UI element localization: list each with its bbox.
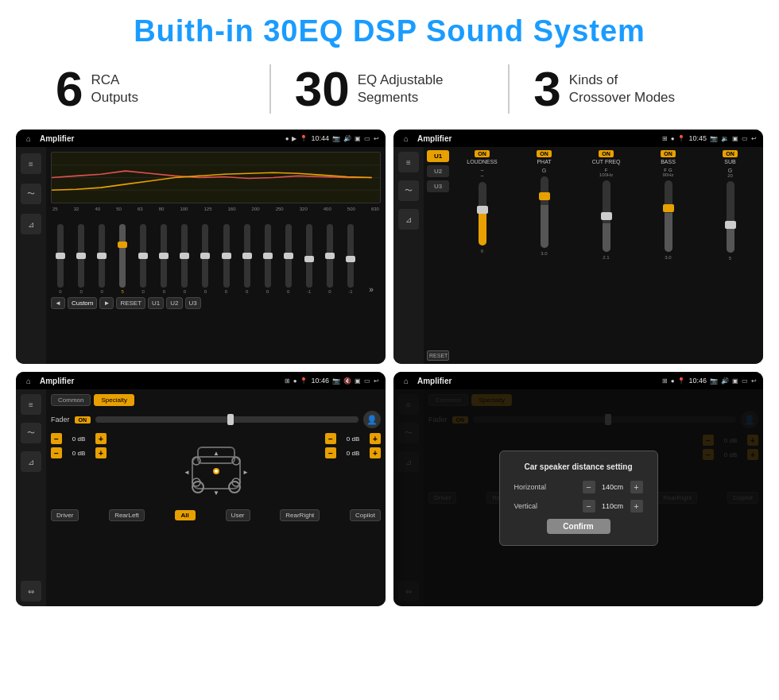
cross-side-panel: ≡ 〜 ⊿ [393,147,424,364]
speaker-fr-minus[interactable]: − [325,433,336,444]
back-icon-3[interactable]: ↩ [374,377,379,385]
speaker-fr-plus[interactable]: + [370,433,381,444]
dialog-horizontal-plus[interactable]: + [630,481,643,493]
fader-car-diagram: ▲ ▼ ◄ ► [111,433,320,505]
home-icon-2[interactable]: ⌂ [400,132,413,145]
cutfreq-label: CUT FREQ [592,159,621,164]
home-icon-3[interactable]: ⌂ [22,374,35,387]
fader-tab-common[interactable]: Common [51,394,91,406]
speaker-rr-minus[interactable]: − [325,447,336,458]
dialog-horizontal-val: 140cm [599,483,627,491]
fader-on-badge[interactable]: ON [75,416,91,423]
fader-screen-content: ≡ 〜 ⊿ ⇔ Common Specialty Fader ON 👤 [16,389,386,606]
eq-slider-expand[interactable]: » [362,285,381,294]
cross-channel-bass: ON BASS FG 90Hz 3.0 [638,150,698,361]
loudness-on-badge[interactable]: ON [475,150,490,157]
eq-prev-btn[interactable]: ◄ [51,297,65,309]
back-icon-1[interactable]: ↩ [374,135,379,142]
svg-text:►: ► [242,469,249,476]
back-icon-4[interactable]: ↩ [751,377,757,385]
cross-u3-btn[interactable]: U3 [427,180,449,192]
stat-crossover-line2: Crossover Modes [569,89,675,106]
cross-channel-cutfreq: ON CUT FREQ F 100Hz 2.1 [576,150,636,361]
fader-rearright-btn[interactable]: RearRight [280,509,320,521]
dialog-horizontal-stepper: − 140cm + [583,481,643,493]
fader-rearleft-btn[interactable]: RearLeft [109,509,145,521]
grid-icon-4: ⊞ [662,377,668,385]
fader-eq-icon[interactable]: ≡ [21,394,41,415]
phat-on-badge[interactable]: ON [537,150,552,157]
stat-crossover-number: 3 [533,64,560,114]
fader-all-btn[interactable]: All [175,510,196,520]
home-icon-4[interactable]: ⌂ [400,374,413,387]
fader-user-icon[interactable]: 👤 [363,411,381,428]
eq-vol-icon[interactable]: ⊿ [21,214,41,234]
fader-user-btn[interactable]: User [226,509,250,521]
fader-driver-btn[interactable]: Driver [51,509,79,521]
status-icons-1: ● ▶ 📍 10:44 📷 🔊 ▣ ▭ ↩ [285,134,379,142]
eq-slider-4: 0 [134,224,153,294]
eq-wave-icon[interactable]: 〜 [21,184,41,204]
speaker-rl-minus[interactable]: − [51,447,62,458]
fader-expand-icon[interactable]: ⇔ [21,581,41,601]
eq-u1-btn[interactable]: U1 [148,297,164,309]
back-icon-2[interactable]: ↩ [751,135,757,142]
crossover-screen-content: ≡ 〜 ⊿ U1 U2 U3 RESET ON LOUDNESS ~ [393,147,763,364]
dialog-horizontal-minus[interactable]: − [583,481,595,493]
speaker-fl-plus[interactable]: + [95,433,107,444]
loudness-slider[interactable] [479,182,486,246]
fader-tabs: Common Specialty [51,394,381,406]
cross-reset-btn[interactable]: RESET [427,350,449,361]
speaker-rr-row: − 0 dB + [325,447,381,458]
eq-u2-btn[interactable]: U2 [166,297,182,309]
eq-slider-11: 0 [279,224,298,294]
eq-eq-icon[interactable]: ≡ [21,153,41,174]
eq-u3-btn[interactable]: U3 [185,297,201,309]
home-icon-1[interactable]: ⌂ [22,132,35,145]
fader-copilot-btn[interactable]: Copilot [350,509,381,521]
vol-icon-2: 🔉 [721,135,729,142]
dialog-screen-content: ≡ 〜 ⊿ ⇔ Common Specialty Fader ON 👤 [393,389,763,606]
fader-slider[interactable] [95,416,358,423]
status-icons-3: ⊞ ● 📍 10:46 📷 🔇 ▣ ▭ ↩ [285,377,379,385]
cross-vol-icon[interactable]: ⊿ [398,209,419,230]
eq-graph-svg [52,153,380,203]
dialog-vertical-minus[interactable]: − [583,500,595,512]
status-bar-2: ⌂ Amplifier ⊞ ● 📍 10:45 📷 🔉 ▣ ▭ ↩ [393,130,763,147]
eq-screen-wrap: ⌂ Amplifier ● ▶ 📍 10:44 📷 🔊 ▣ ▭ ↩ ≡ 〜 ⊿ [16,130,386,364]
eq-next-btn[interactable]: ► [99,297,114,309]
fader-vol-icon[interactable]: ⊿ [21,451,41,472]
cross-eq-icon[interactable]: ≡ [398,152,419,172]
stat-eq-line1: EQ Adjustable [358,72,444,89]
sub-on-badge[interactable]: ON [723,150,738,157]
cross-u1-btn[interactable]: U1 [427,150,449,162]
cross-u2-btn[interactable]: U2 [427,165,449,177]
fader-wave-icon[interactable]: 〜 [21,423,41,443]
vol-icon-4: 🔊 [721,377,729,385]
dialog-vertical-val: 110cm [599,502,627,510]
bass-on-badge[interactable]: ON [661,150,676,157]
dialog-confirm-button[interactable]: Confirm [547,519,610,534]
cross-wave-icon[interactable]: 〜 [398,180,419,201]
bass-label: BASS [661,159,676,164]
bass-slider[interactable] [665,180,672,252]
speaker-fl-row: − 0 dB + [51,433,107,444]
dialog-vertical-plus[interactable]: + [630,500,643,512]
phat-slider[interactable] [541,176,548,248]
speaker-fl-minus[interactable]: − [51,433,62,444]
svg-text:◄: ◄ [184,469,190,476]
eq-side-panel: ≡ 〜 ⊿ [16,147,46,364]
fader-left-speakers: − 0 dB + − 0 dB + [51,433,107,505]
speaker-rr-plus[interactable]: + [370,447,381,458]
sub-slider[interactable] [727,181,734,253]
cutfreq-on-badge[interactable]: ON [599,150,614,157]
eq-reset-btn[interactable]: RESET [116,297,145,309]
speaker-rl-plus[interactable]: + [95,447,107,458]
cutfreq-slider[interactable] [603,180,610,252]
dialog-vertical-stepper: − 110cm + [583,500,643,512]
cross-main-area: U1 U2 U3 RESET ON LOUDNESS ~ ~ [424,147,763,364]
pin-icon-1: 📍 [300,135,308,142]
eq-slider-14: -1 [341,224,360,294]
app-name-2: Amplifier [417,134,657,143]
fader-tab-specialty[interactable]: Specialty [94,394,134,406]
